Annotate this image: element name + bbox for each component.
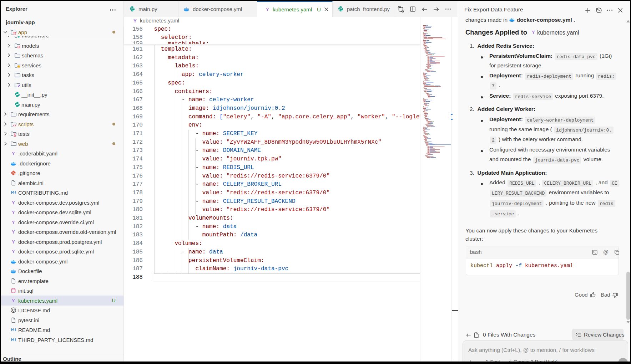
svg-text:Y: Y bbox=[12, 298, 15, 303]
svg-text:Y: Y bbox=[133, 18, 137, 24]
svg-text:Y: Y bbox=[12, 151, 15, 156]
svg-text:Y: Y bbox=[12, 239, 15, 245]
svg-text:Y: Y bbox=[12, 200, 15, 205]
svg-text:Y: Y bbox=[12, 229, 15, 235]
svg-text:C: C bbox=[12, 308, 15, 312]
svg-text:Y: Y bbox=[12, 210, 15, 215]
svg-text:Y: Y bbox=[12, 220, 15, 225]
svg-text:Y: Y bbox=[532, 30, 535, 35]
svg-text:Y: Y bbox=[266, 7, 269, 12]
svg-text:Y: Y bbox=[12, 249, 15, 254]
